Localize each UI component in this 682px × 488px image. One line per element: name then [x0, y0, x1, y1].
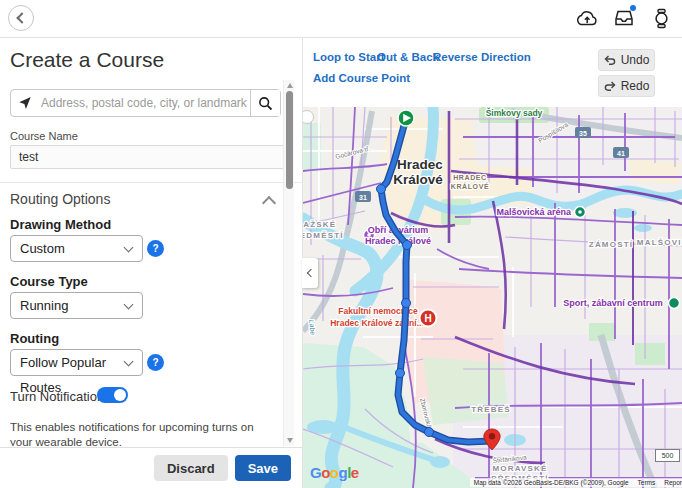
page-title: Create a Course	[10, 48, 164, 72]
map-scale: 500	[655, 449, 680, 462]
course-waypoint[interactable]	[396, 369, 405, 378]
report-link[interactable]: Repor	[664, 479, 682, 486]
hospital-label-line2: Hradec Králové zadní...	[330, 318, 424, 328]
route-badge-35: 35	[579, 130, 587, 137]
search-icon	[258, 96, 273, 111]
routing-label: Routing	[10, 331, 59, 346]
chevron-down-icon	[124, 300, 134, 310]
google-letter: G	[310, 464, 321, 481]
area-label-zamosti: ZÁMOSTÍ	[589, 240, 633, 249]
create-course-panel: Create a Course Course Name Routing Opti…	[0, 38, 302, 488]
panel-footer: Discard Save	[0, 447, 302, 488]
city-label-line2: Králové	[393, 172, 443, 187]
redo-icon	[604, 81, 616, 92]
map-svg: 31 35 41 Gočárova tř. Pospíšilova Zborov…	[303, 107, 682, 488]
park-label-simkovy: Šimkovy sady	[486, 107, 543, 118]
area-label-moravske-line1: MORAVSKÉ	[492, 464, 547, 473]
course-name-input[interactable]	[10, 145, 289, 169]
location-arrow-icon	[11, 96, 39, 110]
panel-scrollbar[interactable]	[283, 80, 294, 446]
poi-circle	[303, 111, 314, 124]
route-badge-41: 41	[617, 150, 625, 157]
undo-button[interactable]: Undo	[598, 49, 655, 71]
course-waypoint[interactable]	[402, 299, 411, 308]
loop-to-start-link[interactable]: Loop to Start	[313, 51, 385, 63]
undo-label: Undo	[621, 53, 650, 67]
chevron-left-icon	[16, 12, 27, 23]
area-label-prazske-line1: PRAŽSKÉ	[303, 220, 336, 229]
notification-badge	[630, 5, 636, 11]
watch-icon	[653, 8, 670, 29]
routing-select[interactable]: Follow Popular Routes	[10, 349, 143, 376]
device-button[interactable]	[650, 7, 672, 29]
address-search	[10, 89, 281, 117]
scroll-up-icon[interactable]	[287, 83, 293, 88]
back-button[interactable]	[8, 5, 34, 31]
top-icons	[576, 7, 672, 29]
add-course-point-link[interactable]: Add Course Point	[313, 72, 410, 84]
terms-link[interactable]: Terms	[638, 479, 656, 486]
google-letter: o	[321, 464, 330, 481]
chevron-down-icon	[124, 243, 134, 253]
notifications-button[interactable]	[613, 7, 635, 29]
poi-label-sport: Sport, zábavní centrum	[563, 298, 663, 308]
create-course-app: Create a Course Course Name Routing Opti…	[0, 0, 682, 488]
inbox-icon	[614, 9, 634, 27]
poi-label-malsovicka: Malšovická aréna	[496, 207, 572, 217]
collapse-panel-tab[interactable]	[302, 258, 318, 288]
course-type-value: Running	[20, 298, 68, 313]
map-canvas[interactable]: 31 35 41 Gočárova tř. Pospíšilova Zborov…	[303, 107, 682, 488]
routing-help-icon[interactable]: ?	[147, 354, 164, 371]
district-label-line1: HRADEC	[453, 174, 487, 181]
collapse-section-icon[interactable]	[262, 196, 276, 210]
routing-options-title: Routing Options	[10, 191, 110, 207]
district-label-line2: KRÁLOVÉ	[451, 182, 489, 190]
scrollbar-thumb[interactable]	[286, 91, 293, 189]
drawing-method-help-icon[interactable]: ?	[147, 240, 164, 257]
redo-label: Redo	[621, 79, 650, 93]
google-letter: o	[330, 464, 339, 481]
discard-button[interactable]: Discard	[154, 455, 228, 481]
undo-icon	[604, 55, 616, 66]
section-divider	[0, 182, 302, 183]
toggle-knob	[114, 389, 126, 401]
route-badge-31: 31	[359, 194, 367, 201]
google-letter: e	[351, 464, 359, 481]
out-and-back-link[interactable]: Out & Back	[377, 51, 439, 63]
attribution-text: Map data ©2026 GeoBasis-DE/BKG (©2009), …	[474, 479, 629, 486]
course-type-label: Course Type	[10, 274, 88, 289]
cloud-upload-icon	[576, 9, 598, 27]
course-waypoint[interactable]	[425, 428, 434, 437]
drawing-method-select[interactable]: Custom	[10, 235, 143, 262]
sync-upload-button[interactable]	[576, 7, 598, 29]
area-label-prazske-line2: PŘEDMĚSTÍ	[303, 231, 344, 240]
end-marker-dot	[489, 433, 495, 439]
turn-notifications-label: Turn Notifications	[10, 389, 111, 404]
drawing-method-label: Drawing Method	[10, 217, 111, 232]
turn-notifications-toggle[interactable]	[97, 387, 128, 403]
top-bar	[0, 0, 682, 38]
chevron-down-icon	[124, 357, 134, 367]
scroll-down-icon[interactable]	[287, 438, 293, 443]
google-logo[interactable]: Google	[310, 464, 359, 481]
save-button[interactable]: Save	[235, 455, 291, 481]
area-label-malsovice: MALŠOVICE	[637, 238, 682, 247]
course-type-select[interactable]: Running	[10, 292, 143, 319]
course-name-label: Course Name	[10, 130, 78, 142]
address-search-input[interactable]	[39, 95, 250, 111]
city-label-line1: Hradec	[397, 157, 443, 172]
hospital-icon-letter: H	[424, 313, 431, 324]
chevron-left-icon	[307, 269, 315, 277]
sport-poi-icon	[669, 298, 680, 309]
reverse-direction-link[interactable]: Reverse Direction	[433, 51, 531, 63]
course-waypoint[interactable]	[403, 241, 412, 250]
drawing-method-value: Custom	[20, 241, 65, 256]
map-attribution: Map data ©2026 GeoBasis-DE/BKG (©2009), …	[470, 478, 682, 487]
turn-notifications-description: This enables notifications for upcoming …	[10, 420, 272, 446]
area-label-trebes: TŘEBEŠ	[471, 405, 511, 414]
search-button[interactable]	[250, 90, 280, 116]
course-waypoint[interactable]	[377, 185, 386, 194]
arena-poi-dot	[578, 210, 582, 214]
redo-button[interactable]: Redo	[598, 75, 655, 97]
google-letter: g	[339, 464, 348, 481]
